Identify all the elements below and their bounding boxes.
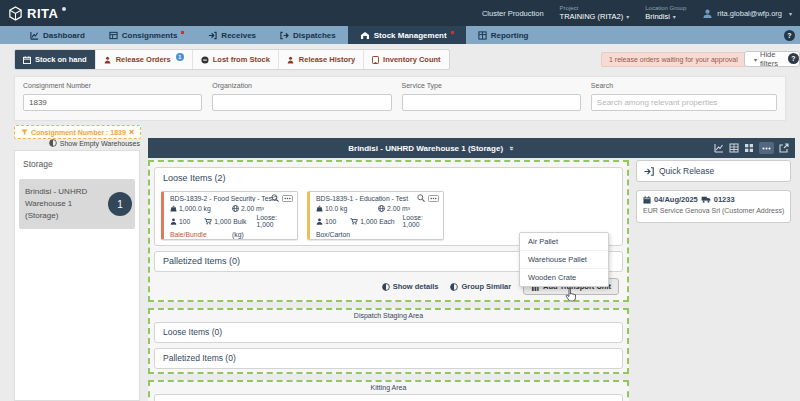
- staging-loose-items-section: Loose Items (0): [154, 322, 623, 343]
- enter-icon: [644, 167, 654, 176]
- nav-help-button[interactable]: ?: [784, 30, 795, 41]
- truck-icon: [701, 196, 711, 203]
- quick-release-button[interactable]: Quick Release: [636, 160, 791, 182]
- stock-card-bds-1839-2[interactable]: BDS-1839-2 - Food Security - Test2 1,000…: [161, 191, 298, 240]
- alert-dot: [451, 31, 454, 34]
- warehouse-title-label: Brindisi - UNHRD Warehouse 1 (Storage): [348, 144, 503, 153]
- tab-lost-from-stock[interactable]: Lost from Stock: [193, 50, 279, 69]
- dashboard-icon: [30, 31, 39, 40]
- release-order-number: 01233: [714, 195, 735, 204]
- lost-circle-icon: [201, 56, 209, 64]
- weight-value: 10.0 kg: [325, 205, 347, 212]
- menu-item-air-pallet[interactable]: Air Pallet: [520, 233, 608, 251]
- organization-label: Organization: [212, 82, 391, 89]
- loose-value: Loose: 1,000: [257, 214, 292, 228]
- cart-icon: [204, 218, 212, 225]
- rita-logo: RITA: [8, 6, 66, 21]
- nav-item-dashboard[interactable]: Dashboard: [18, 26, 97, 44]
- magnifier-icon[interactable]: [271, 194, 279, 202]
- toggle-icon: [49, 139, 57, 147]
- nav-item-stock-management[interactable]: Stock Management: [348, 26, 466, 44]
- transport-unit-menu: Air Pallet Warehouse Pallet Wooden Crate: [519, 232, 609, 287]
- search-input[interactable]: [591, 94, 777, 111]
- stock-card-bds-1839-1[interactable]: BDS-1839-1 - Education - Test 10.0 kg 2.…: [307, 191, 444, 240]
- release-order-card[interactable]: 04/Aug/2025 01233 EUR Service Genova Srl…: [636, 190, 791, 223]
- weight-icon: [170, 205, 177, 212]
- consignment-number-input[interactable]: [23, 94, 202, 111]
- more-view-icon[interactable]: [759, 142, 774, 154]
- reporting-icon: [478, 31, 487, 40]
- quantity-value: 1,000 Each: [360, 218, 394, 225]
- cube-icon: [8, 6, 23, 21]
- kitting-section: [154, 394, 623, 401]
- funnel-icon: [21, 129, 28, 136]
- packaging-type: Bale/Bundle: [170, 231, 232, 238]
- kitting-zone: Kitting Area: [148, 380, 629, 401]
- tab-release-history[interactable]: Release History: [279, 50, 364, 69]
- tab-release-orders[interactable]: Release Orders 1: [96, 50, 193, 69]
- card-menu-icon[interactable]: [428, 195, 439, 202]
- show-details-label: Show details: [393, 282, 439, 291]
- kitting-title: Kitting Area: [150, 382, 627, 391]
- release-customer: EUR Service Genova Srl (Customer Address…: [643, 207, 784, 214]
- staging-loose-items-title: Loose Items (0): [155, 323, 622, 341]
- tab-stock-on-hand[interactable]: Stock on hand: [15, 50, 96, 69]
- volume-value: 2.00 m³: [241, 205, 264, 212]
- nav-label: Dashboard: [43, 31, 85, 40]
- tab-inventory-count[interactable]: Inventory Count: [364, 50, 449, 69]
- group-similar-toggle[interactable]: Group Similar: [450, 282, 511, 291]
- close-icon[interactable]: ×: [129, 128, 134, 137]
- service-type-input[interactable]: [402, 94, 581, 111]
- volume-value: 2.00 m³: [387, 205, 410, 212]
- user-menu[interactable]: rita.global@wfp.org ▾: [702, 8, 792, 19]
- menu-item-warehouse-pallet[interactable]: Warehouse Pallet: [520, 251, 608, 269]
- magnifier-icon[interactable]: [417, 194, 425, 202]
- nav-label: Reporting: [491, 31, 529, 40]
- nav-item-dispatches[interactable]: Dispatches: [268, 26, 348, 44]
- nav-item-receives[interactable]: Receives: [196, 26, 268, 44]
- nav-label: Consignments: [122, 31, 178, 40]
- chevron-down-icon: ▾: [673, 14, 676, 20]
- loose-value: Loose: 1,000: [403, 214, 438, 228]
- show-details-toggle[interactable]: Show details: [382, 282, 439, 291]
- card-menu-icon[interactable]: [282, 195, 293, 202]
- grid-view-icon[interactable]: [744, 143, 754, 153]
- show-empty-warehouses-toggle[interactable]: Show Empty Warehouses: [14, 139, 140, 147]
- search-label: Search: [591, 82, 777, 89]
- receives-icon: [208, 31, 217, 40]
- filters-panel: Consignment Number Organization Service …: [14, 76, 786, 121]
- consignments-icon: [109, 31, 118, 40]
- user-email: rita.global@wfp.org: [717, 9, 782, 18]
- project-selector[interactable]: Project TRAINING (RITA2)▾: [560, 5, 630, 22]
- nav-label: Stock Management: [374, 31, 447, 40]
- sidebar-item-warehouse[interactable]: Brindisi - UNHRD Warehouse 1 (Storage) 1: [19, 179, 135, 229]
- location-group-selector[interactable]: Location Group Brindisi▾: [645, 5, 686, 22]
- location-group-value: Brindisi: [645, 12, 670, 21]
- chevron-down-icon: ▾: [754, 56, 757, 63]
- tablet-icon: [372, 56, 379, 64]
- project-label: Project: [560, 5, 630, 13]
- staging-palletized-items-section: Palletized Items (0): [154, 348, 623, 369]
- chevron-down-icon: ▾: [626, 14, 629, 20]
- menu-item-wooden-crate[interactable]: Wooden Crate: [520, 269, 608, 286]
- nav-item-reporting[interactable]: Reporting: [466, 26, 541, 44]
- chevron-down-icon: ▾: [789, 10, 792, 17]
- mouse-cursor-icon: [564, 288, 577, 302]
- chart-view-icon[interactable]: [714, 143, 724, 153]
- tabs-help-button[interactable]: ?: [788, 53, 799, 64]
- loose-items-title: Loose Items (2): [155, 168, 622, 188]
- nav-item-consignments[interactable]: Consignments: [97, 26, 197, 44]
- sidebar-group-title: Storage: [15, 151, 139, 179]
- tab-label: Release Orders: [116, 55, 171, 64]
- table-view-icon[interactable]: [729, 143, 739, 153]
- service-type-label: Service Type: [402, 82, 581, 89]
- organization-input[interactable]: [212, 94, 391, 111]
- approval-alert-badge[interactable]: 1 release orders waiting for your approv…: [601, 52, 746, 67]
- staging-palletized-items-title: Palletized Items (0): [155, 349, 622, 367]
- collapse-chevron-icon[interactable]: »: [507, 146, 516, 150]
- filter-chip-consignment[interactable]: Consignment Number : 1839 ×: [14, 125, 141, 139]
- warehouse-title[interactable]: Brindisi - UNHRD Warehouse 1 (Storage) »: [148, 144, 714, 153]
- expand-icon[interactable]: [779, 143, 789, 153]
- user-icon: [702, 8, 713, 19]
- top-bar: RITA Cluster Production Project TRAINING…: [0, 0, 800, 26]
